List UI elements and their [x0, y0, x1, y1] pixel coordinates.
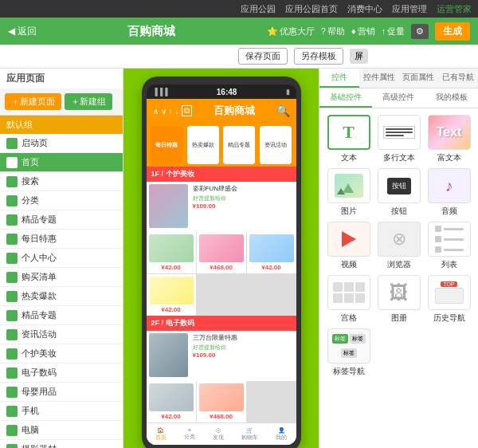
- sidebar-item-premium[interactable]: 精品专题: [0, 210, 123, 230]
- phone-screen: ∧ ∨ ↑ ↓ ⧉ 百购商城 🔍 每日特惠 热卖爆款: [147, 99, 296, 445]
- nav-down[interactable]: ∨: [161, 107, 167, 116]
- nav-next[interactable]: ↓: [175, 107, 179, 116]
- gear-button[interactable]: ⚙: [411, 24, 429, 39]
- product-item-6[interactable]: ¥468.00: [197, 381, 246, 422]
- sidebar-item-cart-list[interactable]: 购买清单: [0, 268, 123, 287]
- store-title: 百购商城: [127, 24, 175, 39]
- top-bar-ops[interactable]: 运营管家: [437, 3, 472, 15]
- generate-button[interactable]: 生成: [435, 22, 470, 41]
- product-item-4[interactable]: ¥42.00: [147, 274, 196, 316]
- widget-richtext[interactable]: Text 富文本: [426, 115, 472, 163]
- bottom-nav-category[interactable]: ≡ 分类: [184, 427, 195, 441]
- nav-up[interactable]: ∧: [153, 107, 159, 116]
- bottom-nav-profile[interactable]: 👤 我的: [276, 427, 287, 442]
- action-help[interactable]: ? 帮助: [321, 26, 345, 37]
- widget-history[interactable]: TOP 历史导航: [426, 275, 472, 324]
- nav-copy[interactable]: ⧉: [182, 105, 192, 116]
- sidebar-group-default[interactable]: 默认组: [0, 116, 123, 134]
- product-img-6: [199, 383, 244, 411]
- section2-promo-price: ¥109.00: [193, 352, 294, 359]
- tab-widget-props[interactable]: 控件属性: [359, 69, 399, 88]
- top-bar-manage[interactable]: 应用管理: [392, 3, 427, 15]
- cart-icon: 🛒: [246, 427, 253, 434]
- back-button[interactable]: ◀ 返回: [8, 25, 37, 38]
- new-page-button[interactable]: ＋新建页面: [5, 93, 61, 110]
- sidebar-item-phone[interactable]: 手机: [0, 402, 123, 421]
- subtab-advanced[interactable]: 高级控件: [372, 88, 425, 108]
- save-template-button[interactable]: 另存模板: [294, 48, 343, 65]
- widget-grid-widget[interactable]: 宫格: [326, 275, 371, 324]
- widget-audio[interactable]: ♪ 音频: [426, 168, 472, 217]
- widget-gallery[interactable]: 🖼 图册: [376, 275, 421, 324]
- banner-item-hot[interactable]: 热卖爆款: [187, 126, 219, 164]
- widget-video[interactable]: 视频: [326, 222, 371, 270]
- top-bar-home[interactable]: 应用公园首页: [285, 3, 338, 15]
- top-bar-consume[interactable]: 消费中心: [347, 3, 382, 15]
- section2-featured-info: 三万台限量特惠 好货提新给你 ¥109.00: [190, 331, 296, 381]
- save-page-button[interactable]: 保存页面: [238, 48, 288, 65]
- gallery-icon: 🖼: [390, 281, 409, 304]
- widget-multitext[interactable]: 多行文本: [376, 115, 421, 163]
- multitext-icon: [383, 126, 415, 139]
- sidebar-item-home[interactable]: 首页: [0, 153, 123, 172]
- page-icon: [6, 253, 18, 264]
- tab-page-props[interactable]: 页面属性: [399, 69, 439, 88]
- nav-prev[interactable]: ↑: [169, 107, 173, 116]
- action-quantity[interactable]: ↑ 促量: [382, 26, 406, 37]
- sidebar-item-daily[interactable]: 每日特惠: [0, 230, 123, 249]
- section1-featured-info: 姿彩FUN肆盛会 好货提新给你 ¥109.00: [190, 182, 296, 232]
- tagnav-icon: 标签: [332, 334, 348, 344]
- sidebar-item-category[interactable]: 分类: [0, 191, 123, 210]
- product-item-5[interactable]: ¥42.00: [147, 381, 196, 422]
- third-bar-center: 保存页面 另存模板 屏: [142, 48, 464, 65]
- widget-text[interactable]: T 文本: [326, 115, 371, 163]
- action-marketing[interactable]: ♦ 营销: [351, 26, 375, 37]
- sidebar-item-premium2[interactable]: 精品专题: [0, 306, 123, 325]
- sidebar-item-search[interactable]: 搜索: [0, 172, 123, 191]
- new-group-button[interactable]: ＋新建组: [65, 93, 112, 110]
- second-bar-actions: ⭐ 优惠大厅 ? 帮助 ♦ 营销 ↑ 促量 ⚙ 生成: [267, 22, 470, 41]
- sidebar-item-profile[interactable]: 个人中心: [0, 249, 123, 268]
- sidebar-item-news[interactable]: 资讯活动: [0, 325, 123, 344]
- banner-item-news[interactable]: 资讯活动: [260, 126, 292, 164]
- widget-tagnav[interactable]: 标签 标签 标签 标签导航: [326, 328, 371, 377]
- product-item-1[interactable]: ¥42.00: [147, 232, 196, 273]
- sidebar-item-camera[interactable]: 摄影器材: [0, 440, 123, 448]
- product-price-3: ¥42.00: [249, 264, 294, 271]
- subtab-basic[interactable]: 基础控件: [319, 88, 372, 108]
- tab-navigation[interactable]: 已有导航: [438, 69, 478, 88]
- subtab-mytemplate[interactable]: 我的模板: [425, 88, 478, 108]
- widget-browser[interactable]: ⊗ 浏览器: [376, 222, 421, 270]
- widget-image[interactable]: 图片: [326, 168, 371, 217]
- bottom-nav-cart[interactable]: 🛒 购物车: [241, 427, 258, 442]
- bottom-nav-discover[interactable]: ◎ 发现: [213, 427, 224, 442]
- page-icon: [6, 214, 18, 226]
- button-widget-icon: 按钮: [378, 168, 421, 203]
- sidebar-item-hot[interactable]: 热卖爆款: [0, 287, 123, 306]
- banner-item-daily[interactable]: 每日特惠: [151, 126, 182, 164]
- widget-button[interactable]: 按钮 按钮: [376, 168, 421, 217]
- action-store[interactable]: ⭐ 优惠大厅: [267, 26, 315, 37]
- tab-widgets[interactable]: 控件: [319, 69, 359, 88]
- section2-featured: 三万台限量特惠 好货提新给你 ¥109.00: [147, 331, 296, 381]
- home-icon: 🏠: [157, 427, 164, 434]
- sidebar-item-baby[interactable]: 母婴用品: [0, 383, 123, 402]
- sidebar-item-computer[interactable]: 电脑: [0, 421, 123, 440]
- sidebar-item-beauty[interactable]: 个护美妆: [0, 344, 123, 364]
- app-search-icon[interactable]: 🔍: [276, 104, 290, 117]
- widget-list[interactable]: 列表: [426, 222, 472, 270]
- sidebar-item-launch[interactable]: 启动页: [0, 134, 123, 153]
- product-item-2[interactable]: ¥468.00: [197, 232, 246, 273]
- page-icon: [6, 138, 18, 149]
- page-icon: [6, 406, 18, 417]
- product-item-3[interactable]: ¥42.00: [247, 232, 296, 273]
- button-icon: 按钮: [387, 178, 411, 195]
- bottom-nav-home[interactable]: 🏠 首页: [155, 427, 167, 442]
- screen-toggle-button[interactable]: 屏: [350, 49, 368, 64]
- sidebar-item-electronics[interactable]: 电子数码: [0, 364, 123, 383]
- banner-item-premium[interactable]: 精品专题: [223, 126, 255, 164]
- phone-battery: ▮: [286, 88, 290, 96]
- image-icon: [335, 174, 363, 198]
- widget-multitext-label: 多行文本: [383, 152, 415, 163]
- top-bar: 应用公园 应用公园首页 消费中心 应用管理 运营管家: [0, 0, 478, 18]
